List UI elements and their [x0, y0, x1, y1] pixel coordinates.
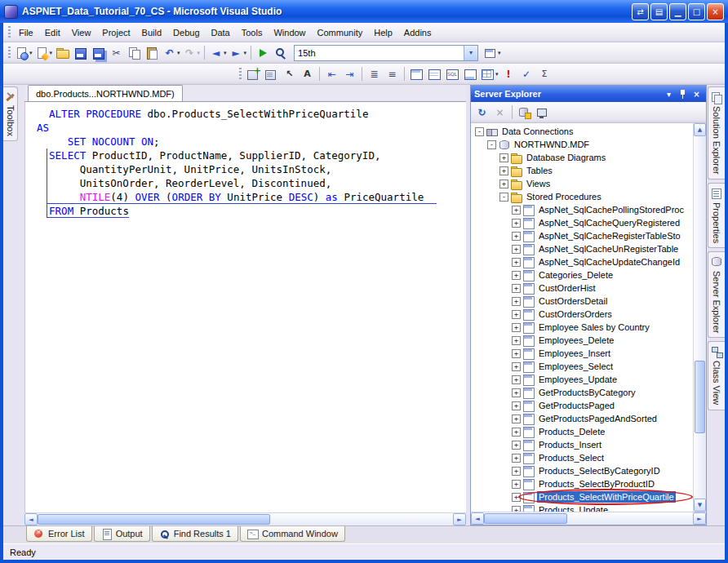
expand-toggle-icon[interactable]: +: [512, 454, 521, 463]
tree-item[interactable]: +CustOrderHist: [471, 282, 693, 295]
tree-item[interactable]: +Employees_Insert: [471, 347, 693, 360]
scroll-thumb[interactable]: [38, 514, 270, 525]
refresh-button[interactable]: ↻: [473, 104, 491, 121]
expand-toggle-icon[interactable]: +: [512, 310, 521, 319]
expand-toggle-icon[interactable]: +: [512, 258, 521, 267]
document-tab[interactable]: dbo.Products...NORTHWND.MDF): [28, 85, 183, 101]
expand-toggle-icon[interactable]: +: [512, 297, 521, 306]
change-type-button[interactable]: ▾: [480, 65, 499, 82]
editor-horizontal-scrollbar[interactable]: [24, 512, 466, 525]
add-group-by-button[interactable]: Σ: [536, 65, 553, 82]
tree-item[interactable]: -Stored Procedures: [471, 190, 693, 203]
add-table-button[interactable]: [245, 65, 262, 82]
maximize-button[interactable]: □: [688, 3, 705, 20]
expand-toggle-icon[interactable]: +: [512, 375, 521, 384]
show-criteria-pane-button[interactable]: [426, 65, 443, 82]
uncomment-selection-button[interactable]: ≡: [384, 65, 401, 82]
expand-toggle-icon[interactable]: +: [512, 506, 521, 512]
tree-item[interactable]: -Data Connections: [471, 125, 693, 138]
tree-item[interactable]: +AspNet_SqlCacheRegisterTableSto: [471, 229, 693, 242]
start-debugging-button[interactable]: [255, 44, 272, 61]
menu-debug[interactable]: Debug: [167, 25, 205, 40]
tree-item[interactable]: +AspNet_SqlCacheQueryRegistered: [471, 216, 693, 229]
tree-item[interactable]: +Employee Sales by Country: [471, 321, 693, 334]
tree-item[interactable]: +Tables: [471, 164, 693, 177]
expand-toggle-icon[interactable]: +: [512, 401, 521, 410]
menu-help[interactable]: Help: [368, 25, 398, 40]
expand-toggle-icon[interactable]: +: [512, 493, 521, 502]
verify-sql-syntax-button[interactable]: ✓: [518, 65, 535, 82]
collapse-toggle-icon[interactable]: -: [487, 140, 496, 149]
increase-indent-button[interactable]: ⇥: [341, 65, 358, 82]
scroll-track[interactable]: [484, 512, 693, 525]
scroll-track[interactable]: [38, 513, 453, 525]
expand-toggle-icon[interactable]: +: [512, 219, 521, 228]
window-position-button[interactable]: ▾: [663, 88, 675, 100]
tree-item[interactable]: +Employees_Delete: [471, 334, 693, 347]
menu-addins[interactable]: Addins: [398, 25, 437, 40]
tree-item[interactable]: +Employees_Select: [471, 360, 693, 373]
tree-item[interactable]: +GetProductsPaged: [471, 399, 693, 412]
scroll-thumb[interactable]: [695, 361, 705, 433]
tab-properties[interactable]: Properties: [708, 183, 725, 248]
navigate-backward-button[interactable]: ◄▾: [208, 44, 228, 61]
tree-item[interactable]: +Products_Delete: [471, 425, 693, 438]
find-combo[interactable]: 15th: [294, 45, 478, 61]
tree-item[interactable]: +Products_Update: [471, 503, 693, 512]
scroll-left-icon[interactable]: [471, 512, 484, 525]
menu-edit[interactable]: Edit: [39, 25, 66, 40]
show-results-pane-button[interactable]: [462, 65, 479, 82]
expand-toggle-icon[interactable]: +: [512, 414, 521, 423]
scroll-left-icon[interactable]: [24, 513, 38, 525]
connect-to-server-button[interactable]: [534, 104, 551, 121]
expand-toggle-icon[interactable]: +: [512, 323, 521, 332]
tree-item[interactable]: +AspNet_SqlCacheUpdateChangeId: [471, 255, 693, 268]
tree-item[interactable]: +AspNet_SqlCacheUnRegisterTable: [471, 242, 693, 255]
select-pointer-button[interactable]: ↖: [281, 65, 298, 82]
new-file-button[interactable]: ▾: [14, 44, 33, 61]
cut-button[interactable]: ✂: [108, 44, 125, 61]
scroll-track[interactable]: [694, 136, 706, 499]
comment-selection-button[interactable]: ≣: [366, 65, 383, 82]
tab-server-explorer[interactable]: Server Explorer: [708, 251, 725, 338]
tree-item[interactable]: +GetProductsByCategory: [471, 386, 693, 399]
tree-item[interactable]: +Database Diagrams: [471, 151, 693, 164]
expand-toggle-icon[interactable]: +: [512, 428, 521, 437]
scroll-up-icon[interactable]: [694, 123, 706, 136]
combo-dropdown-icon[interactable]: [464, 46, 477, 60]
expand-toggle-icon[interactable]: +: [512, 441, 521, 450]
tree-item[interactable]: +Categories_Delete: [471, 268, 693, 282]
expand-toggle-icon[interactable]: +: [512, 336, 521, 345]
redo-button[interactable]: ↷▾: [182, 44, 202, 61]
expand-toggle-icon[interactable]: +: [512, 349, 521, 358]
paste-button[interactable]: [144, 44, 161, 61]
tab-solution-explorer[interactable]: Solution Explorer: [708, 86, 725, 180]
expand-toggle-icon[interactable]: +: [512, 388, 521, 397]
expand-toggle-icon[interactable]: +: [512, 206, 521, 215]
connect-to-database-button[interactable]: [516, 104, 533, 121]
close-button[interactable]: ×: [707, 3, 724, 20]
expand-toggle-icon[interactable]: +: [512, 271, 521, 280]
tree-item[interactable]: +Employees_Update: [471, 373, 693, 386]
undo-button[interactable]: ↶▾: [162, 44, 181, 61]
tree-item[interactable]: +AspNet_SqlCachePollingStoredProc: [471, 203, 693, 216]
show-diagram-pane-button[interactable]: [408, 65, 425, 82]
tree-item[interactable]: +CustOrdersDetail: [471, 295, 693, 308]
collapse-toggle-icon[interactable]: -: [499, 193, 508, 202]
tab-toolbox[interactable]: Toolbox: [3, 86, 18, 141]
expand-toggle-icon[interactable]: +: [512, 480, 521, 489]
decrease-indent-button[interactable]: ⇤: [323, 65, 340, 82]
close-panel-button[interactable]: ×: [690, 88, 703, 100]
tree-item[interactable]: +Products_Select: [471, 451, 693, 464]
tree-item[interactable]: +Products_Insert: [471, 438, 693, 451]
open-file-button[interactable]: [54, 44, 71, 61]
menu-data[interactable]: Data: [206, 25, 236, 40]
save-button[interactable]: [72, 44, 89, 61]
code-editor[interactable]: ALTER PROCEDURE dbo.Products_SelectWithP…: [24, 102, 466, 512]
expand-toggle-icon[interactable]: +: [499, 166, 508, 175]
tab-class-view[interactable]: Class View: [708, 341, 725, 410]
show-sql-pane-button[interactable]: [444, 65, 461, 82]
find-in-files-button[interactable]: [273, 44, 290, 61]
tab-findresults[interactable]: Find Results 1: [152, 526, 238, 542]
window-menu-button[interactable]: ▤: [650, 3, 668, 20]
